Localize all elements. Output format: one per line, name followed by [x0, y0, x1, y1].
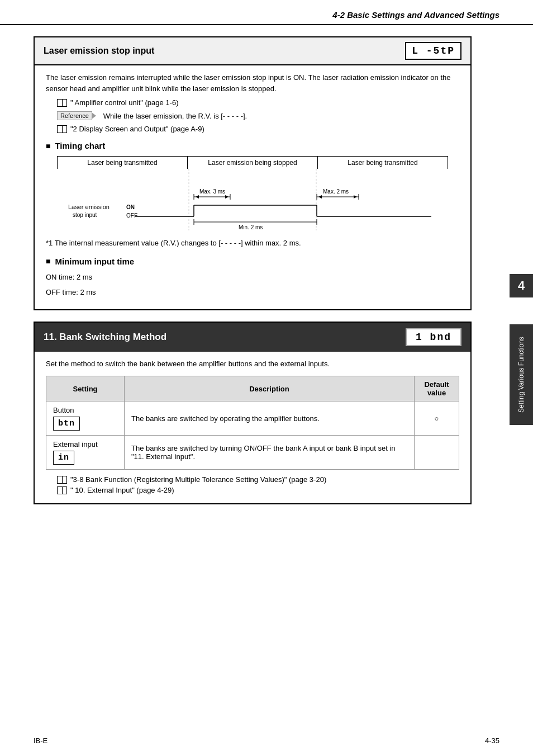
book-icon-4 — [57, 486, 67, 494]
timing-chart: Laser being transmitted Laser emission b… — [57, 156, 448, 232]
setting-external-label: External input — [53, 440, 98, 448]
svg-marker-19 — [225, 195, 229, 199]
svg-marker-24 — [318, 195, 322, 199]
setting-external: External input in — [46, 436, 125, 470]
bank-description: Set the method to switch the bank betwee… — [46, 358, 459, 370]
book-icon-2 — [57, 125, 67, 133]
col-default: Defaultvalue — [415, 376, 459, 401]
external-description: The banks are switched by turning ON/OFF… — [125, 436, 415, 470]
laser-section-header: Laser emission stop input L -5tP — [35, 37, 470, 65]
setting-button-label: Button — [53, 406, 74, 414]
bank-xref-line-1: "3-8 Bank Function (Registering Multiple… — [57, 475, 459, 484]
bank-section-header: 11. Bank Switching Method 1 bnd — [35, 323, 470, 352]
svg-text:stop input: stop input — [73, 212, 97, 218]
external-default — [415, 436, 459, 470]
xref1-text: " Amplifier control unit" (page 1-6) — [70, 98, 178, 107]
side-tab-label: Setting Various Functions — [517, 337, 525, 413]
svg-text:Max. 2 ms: Max. 2 ms — [323, 188, 349, 195]
footer-right: 4-35 — [485, 736, 499, 745]
xref-line-2: "2 Display Screen and Output" (page A-9) — [57, 125, 459, 133]
col-description: Description — [125, 376, 415, 401]
bank-xref1-text: "3-8 Bank Function (Registering Multiple… — [70, 475, 326, 484]
timing-chart-title: Timing chart — [46, 141, 459, 150]
bank-xref2-text: " 10. External Input" (page 4-29) — [70, 486, 174, 494]
bank-section: 11. Bank Switching Method 1 bnd Set the … — [34, 322, 472, 505]
bank-xref-line-2: " 10. External Input" (page 4-29) — [57, 486, 459, 494]
external-lcd: in — [53, 451, 74, 465]
timing-header-row: Laser being transmitted Laser emission b… — [57, 156, 448, 169]
button-lcd: btn — [53, 417, 80, 431]
svg-text:Min. 2 ms: Min. 2 ms — [239, 224, 263, 230]
timing-col3: Laser being transmitted — [318, 157, 448, 169]
bank-lcd-display: 1 bnd — [406, 328, 461, 346]
min-input-title: Minimum input time — [46, 257, 459, 266]
laser-section-title: Laser emission stop input — [44, 46, 154, 56]
reference-text: While the laser emission, the R.V. is [-… — [103, 112, 247, 120]
xref-line-1: " Amplifier control unit" (page 1-6) — [57, 98, 459, 107]
setting-button: Button btn — [46, 401, 125, 436]
page-container: 4-2 Basic Settings and Advanced Settings… — [0, 0, 533, 756]
reference-badge: Reference — [57, 111, 92, 120]
chapter-number-box: 4 — [510, 274, 533, 297]
col-setting: Setting — [46, 376, 125, 401]
svg-text:Laser emission: Laser emission — [68, 204, 110, 210]
svg-text:OFF: OFF — [126, 212, 137, 219]
on-time: ON time: 2 ms — [46, 272, 459, 283]
bank-section-title: 11. Bank Switching Method — [44, 332, 166, 343]
settings-table: Setting Description Defaultvalue Button … — [46, 376, 459, 470]
timing-note: *1 The internal measurement value (R.V.)… — [46, 238, 459, 249]
timing-col1: Laser being transmitted — [58, 157, 188, 169]
laser-section-content: The laser emission remains interrupted w… — [35, 65, 470, 309]
reference-line: Reference While the laser emission, the … — [57, 111, 459, 120]
book-icon-3 — [57, 476, 67, 484]
button-description: The banks are switched by operating the … — [125, 401, 415, 436]
book-icon-1 — [57, 99, 67, 107]
off-time: OFF time: 2 ms — [46, 287, 459, 298]
laser-section: Laser emission stop input L -5tP The las… — [34, 36, 472, 310]
svg-marker-18 — [196, 195, 199, 199]
table-row: Button btn The banks are switched by ope… — [46, 401, 459, 436]
laser-description: The laser emission remains interrupted w… — [46, 72, 459, 94]
side-tab: Setting Various Functions — [510, 324, 533, 425]
svg-marker-25 — [354, 195, 357, 199]
main-content: Laser emission stop input L -5tP The las… — [0, 25, 533, 516]
timing-col2: Laser emission being stopped — [188, 157, 318, 169]
header-title: 4-2 Basic Settings and Advanced Settings — [332, 10, 499, 20]
table-row: External input in The banks are switched… — [46, 436, 459, 470]
laser-lcd-display: L -5tP — [405, 42, 461, 60]
page-header: 4-2 Basic Settings and Advanced Settings — [0, 0, 533, 25]
xref2-text: "2 Display Screen and Output" (page A-9) — [70, 125, 204, 133]
timing-diagram-svg: Laser emission stop input ON OFF — [57, 169, 448, 230]
table-header-row: Setting Description Defaultvalue — [46, 376, 459, 401]
chapter-number: 4 — [518, 278, 525, 292]
bank-section-content: Set the method to switch the bank betwee… — [35, 352, 470, 504]
button-default: ○ — [415, 401, 459, 436]
svg-text:ON: ON — [126, 204, 135, 210]
footer-left: IB-E — [34, 736, 47, 745]
page-footer: IB-E 4-35 — [0, 736, 533, 745]
svg-text:Max. 3 ms: Max. 3 ms — [199, 188, 225, 195]
